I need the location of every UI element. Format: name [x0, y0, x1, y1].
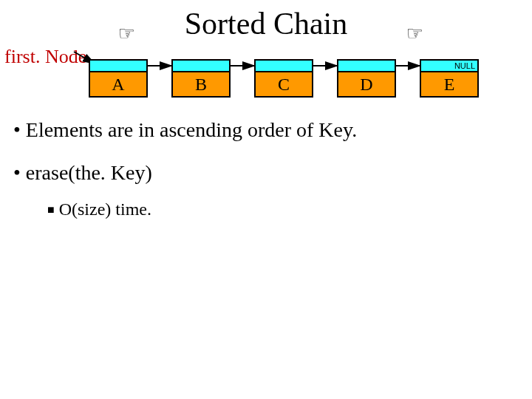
list-node: C	[254, 59, 313, 98]
node-pointer	[171, 59, 231, 72]
square-bullet-icon: ■	[47, 203, 55, 216]
node-value: B	[171, 72, 231, 98]
bullet-text: Elements are in ascending order of Key.	[26, 118, 357, 141]
bullet-line: • Elements are in ascending order of Key…	[13, 118, 357, 142]
null-label: NULL	[454, 61, 475, 70]
bullet-text: erase(the. Key)	[26, 161, 152, 184]
node-pointer: NULL	[420, 59, 479, 72]
list-node: NULL E	[420, 59, 479, 98]
hand-pointing-icon: ☜	[406, 22, 423, 45]
list-node: A	[89, 59, 148, 98]
node-pointer	[89, 59, 148, 72]
node-value: C	[254, 72, 313, 98]
node-pointer	[337, 59, 396, 72]
linked-list-diagram: A B C D NULL E	[89, 52, 502, 118]
page-title: Sorted Chain	[185, 6, 347, 41]
node-pointer	[254, 59, 313, 72]
first-node-label: first. Node	[4, 46, 86, 68]
list-node: B	[171, 59, 231, 98]
list-node: D	[337, 59, 396, 98]
sub-bullet-line: ■ O(size) time.	[47, 200, 357, 219]
sub-bullet-text: O(size) time.	[59, 200, 151, 219]
node-value: E	[420, 72, 479, 98]
node-value: A	[89, 72, 148, 98]
node-value: D	[337, 72, 396, 98]
bullet-line: • erase(the. Key)	[13, 161, 357, 185]
hand-pointing-icon: ☜	[118, 22, 135, 45]
